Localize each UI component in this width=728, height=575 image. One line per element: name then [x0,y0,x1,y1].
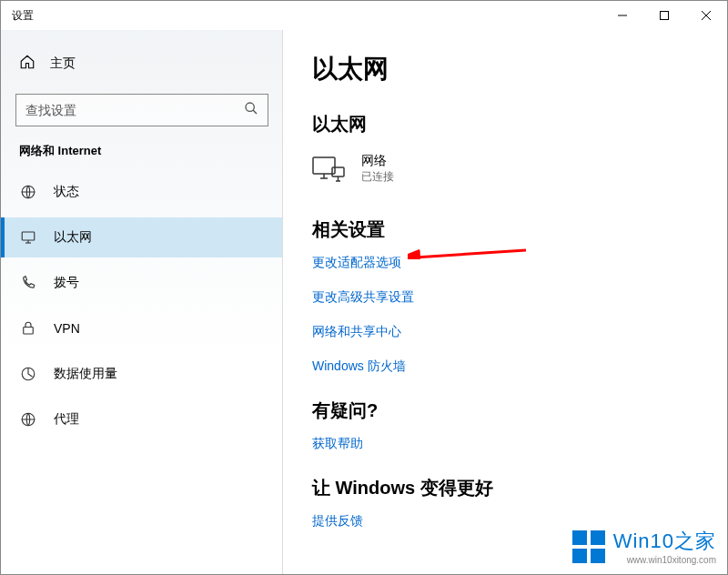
sidebar-item-label: 拨号 [54,275,79,291]
window-title: 设置 [12,8,34,24]
svg-rect-16 [332,167,344,177]
search-icon [244,101,258,119]
monitor-icon [312,156,345,182]
sidebar-item-proxy[interactable]: 代理 [1,399,283,439]
search-input[interactable] [25,103,244,117]
vpn-icon [19,319,37,338]
svg-line-5 [253,110,257,114]
sidebar-item-label: 以太网 [54,229,92,246]
network-item[interactable]: 网络 已连接 [312,153,698,185]
home-label: 主页 [50,55,76,72]
ethernet-icon [19,228,37,247]
network-info: 网络 已连接 [361,153,394,185]
maximize-button[interactable] [643,1,685,30]
minimize-button[interactable] [602,1,643,30]
network-name: 网络 [361,153,394,169]
windows-logo-icon [571,530,606,564]
home-button[interactable]: 主页 [19,54,268,74]
watermark-url: www.win10xitong.com [613,555,716,565]
sidebar-item-label: VPN [54,321,80,336]
page-title: 以太网 [312,52,698,86]
close-button[interactable] [685,1,727,30]
sidebar-item-dialup[interactable]: 拨号 [1,263,283,303]
watermark-brand: Win10之家 [613,528,716,555]
ethernet-heading: 以太网 [312,112,698,136]
sidebar-item-datausage[interactable]: 数据使用量 [1,354,283,394]
feedback-heading: 让 Windows 变得更好 [312,476,698,500]
help-heading: 有疑问? [312,398,698,423]
window-controls [602,1,727,30]
search-box[interactable] [15,94,268,126]
related-heading: 相关设置 [312,217,698,242]
link-adapter-options[interactable]: 更改适配器选项 [312,255,698,271]
link-network-center[interactable]: 网络和共享中心 [312,324,698,340]
proxy-icon [19,410,37,429]
sidebar-item-label: 代理 [54,411,79,428]
sidebar-section-header: 网络和 Internet [19,143,265,159]
sidebar: 主页 网络和 Internet 状态 以太网 [1,30,283,574]
svg-rect-10 [24,328,34,335]
watermark: Win10之家 www.win10xitong.com [571,528,716,565]
dialup-icon [19,274,37,292]
home-icon [19,54,35,74]
sidebar-item-label: 数据使用量 [54,366,117,382]
main-panel: 以太网 以太网 网络 已连接 相关设置 更改适配器选项 更改高级共享设置 网络和… [283,30,727,574]
status-icon [19,183,37,201]
sidebar-item-vpn[interactable]: VPN [1,308,283,348]
sidebar-item-status[interactable]: 状态 [1,172,283,212]
link-advanced-sharing[interactable]: 更改高级共享设置 [312,289,698,306]
network-status: 已连接 [361,169,394,185]
svg-rect-7 [22,232,35,240]
svg-rect-1 [661,12,669,20]
titlebar: 设置 [1,1,727,30]
svg-point-4 [246,103,254,111]
link-firewall[interactable]: Windows 防火墙 [312,358,698,375]
link-get-help[interactable]: 获取帮助 [312,436,698,452]
sidebar-item-ethernet[interactable]: 以太网 [1,217,283,257]
sidebar-item-label: 状态 [54,184,79,200]
datausage-icon [19,365,37,383]
content: 主页 网络和 Internet 状态 以太网 [1,30,727,574]
